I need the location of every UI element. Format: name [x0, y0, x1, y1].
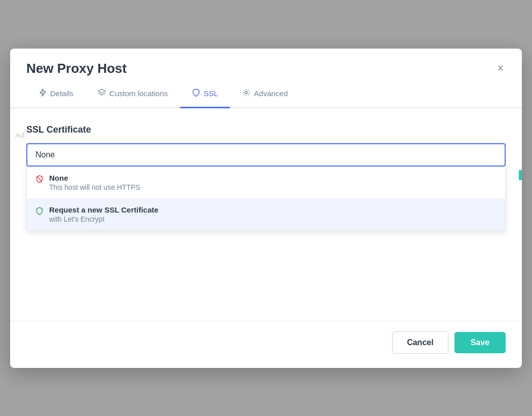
ssl-certificate-input[interactable]	[26, 143, 506, 167]
modal-body: SSL Certificate None This host	[10, 108, 522, 321]
ssl-shield-green-icon	[35, 206, 44, 218]
save-button[interactable]: Save	[454, 332, 506, 353]
ssl-option-none-text: None This host will not use HTTPS	[49, 174, 140, 191]
tab-custom-locations-label: Custom locations	[109, 89, 168, 98]
tab-ssl[interactable]: SSL	[180, 80, 230, 108]
tab-advanced[interactable]: Advanced	[230, 80, 300, 108]
modal-dialog: Ad New Proxy Host × Details	[10, 49, 522, 368]
ssl-dropdown: None This host will not use HTTPS Reques…	[26, 167, 506, 231]
modal-tabs: Details Custom locations SSL	[10, 80, 522, 108]
modal-title: New Proxy Host	[26, 61, 127, 76]
svg-point-0	[245, 91, 248, 94]
modal-header: New Proxy Host ×	[10, 49, 522, 76]
modal-footer: Cancel Save	[10, 321, 522, 368]
tab-custom-locations[interactable]: Custom locations	[86, 80, 180, 108]
ssl-section-title: SSL Certificate	[26, 124, 506, 135]
ssl-option-request-new-desc: with Let's Encrypt	[49, 215, 159, 223]
bg-text: Ad	[15, 131, 24, 139]
ssl-option-request-new-text: Request a new SSL Certificate with Let's…	[49, 205, 159, 223]
modal-backdrop: Ad New Proxy Host × Details	[0, 0, 532, 416]
lightning-icon	[39, 89, 47, 99]
ssl-option-request-new-label: Request a new SSL Certificate	[49, 205, 159, 214]
ssl-option-none-label: None	[49, 174, 140, 182]
layers-icon	[98, 89, 106, 99]
tab-advanced-label: Advanced	[254, 89, 288, 98]
tab-details-label: Details	[50, 89, 73, 98]
tab-ssl-label: SSL	[204, 89, 218, 98]
cancel-button[interactable]: Cancel	[392, 331, 448, 354]
tab-details[interactable]: Details	[26, 80, 86, 108]
none-icon	[35, 175, 44, 186]
side-accent	[519, 170, 522, 180]
ssl-option-none-desc: This host will not use HTTPS	[49, 183, 140, 191]
close-button[interactable]: ×	[495, 61, 506, 76]
shield-icon	[192, 89, 200, 99]
ssl-option-none[interactable]: None This host will not use HTTPS	[27, 167, 505, 198]
ssl-option-request-new[interactable]: Request a new SSL Certificate with Let's…	[27, 198, 505, 230]
ssl-input-wrapper: None This host will not use HTTPS Reques…	[26, 143, 506, 231]
gear-icon	[242, 89, 250, 99]
